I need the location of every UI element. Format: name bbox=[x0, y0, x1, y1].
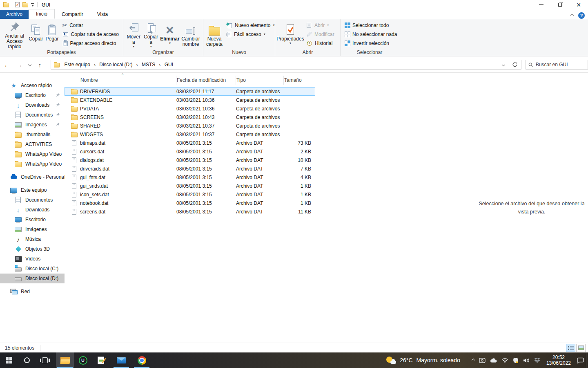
copy-button[interactable]: Copiar bbox=[27, 20, 44, 49]
move-to-button[interactable]: Mover a▾ bbox=[125, 20, 142, 49]
breadcrumb-segment[interactable]: GUI bbox=[162, 62, 176, 67]
open-button[interactable]: Abrir▾ bbox=[304, 21, 337, 30]
table-row[interactable]: cursors.dat08/05/2001 3:15Archivo DAT2 K… bbox=[65, 147, 315, 156]
table-row[interactable]: driveraids.dat08/05/2001 3:15Archivo DAT… bbox=[65, 164, 315, 173]
action-center-button[interactable] bbox=[575, 352, 586, 368]
sidebar-item[interactable]: Documentos bbox=[0, 195, 65, 205]
history-button[interactable]: Historial bbox=[304, 39, 337, 48]
table-row[interactable]: PVDATA03/03/2021 10:36Carpeta de archivo… bbox=[65, 104, 315, 113]
task-view-button[interactable] bbox=[36, 352, 54, 368]
restore-button[interactable] bbox=[550, 0, 569, 9]
table-row[interactable]: SCREENS03/03/2021 10:43Carpeta de archiv… bbox=[65, 113, 315, 121]
sidebar-item[interactable]: Downloads bbox=[0, 100, 65, 110]
column-header-name[interactable]: Nombre bbox=[80, 76, 176, 85]
breadcrumb-separator-icon[interactable]: › bbox=[136, 62, 138, 68]
tab-inicio[interactable]: Inicio bbox=[29, 9, 55, 19]
table-row[interactable]: WIDGETS03/03/2021 10:37Carpeta de archiv… bbox=[65, 130, 315, 139]
minimize-button[interactable] bbox=[532, 0, 550, 9]
address-dropdown-button[interactable] bbox=[498, 60, 509, 69]
new-item-button[interactable]: Nuevo elemento▾ bbox=[224, 21, 277, 30]
tab-vista[interactable]: Vista bbox=[90, 10, 115, 19]
sidebar-item[interactable]: ACTIVITIES bbox=[0, 139, 65, 149]
sidebar-item[interactable]: Escritorio bbox=[0, 90, 65, 100]
select-all-button[interactable]: Seleccionar todo bbox=[342, 21, 399, 30]
breadcrumb-segment[interactable]: MSTS bbox=[139, 62, 158, 67]
search-taskbar-button[interactable] bbox=[18, 352, 36, 368]
weather-widget[interactable]: 26°C Mayorm. soleado bbox=[386, 357, 470, 364]
cut-button[interactable]: ✂ Cortar bbox=[60, 21, 121, 30]
table-row[interactable]: gui_fnts.dat08/05/2001 3:15Archivo DAT4 … bbox=[65, 173, 315, 182]
pin-quick-access-button[interactable]: Anclar al Acceso rápido bbox=[2, 20, 27, 49]
table-row[interactable]: notebook.dat08/05/2001 3:15Archivo DAT1 … bbox=[65, 199, 315, 207]
help-icon[interactable]: ? bbox=[578, 12, 585, 19]
table-row[interactable]: screens.dat08/05/2001 3:15Archivo DAT11 … bbox=[65, 207, 315, 216]
table-row[interactable]: DRIVERAIDS03/03/2021 11:17Carpeta de arc… bbox=[65, 87, 315, 96]
sidebar-item[interactable]: Imágenes bbox=[0, 120, 65, 130]
new-folder-button[interactable]: Nueva carpeta bbox=[205, 20, 224, 49]
sidebar-item[interactable]: Disco local (C:) bbox=[0, 264, 65, 274]
sidebar-item[interactable]: Escritorio bbox=[0, 215, 65, 224]
thumbnails-view-button[interactable] bbox=[576, 344, 586, 352]
sidebar-item[interactable]: Documentos bbox=[0, 110, 65, 120]
mail-app-button[interactable] bbox=[112, 352, 130, 368]
breadcrumb-segment[interactable]: Disco local (D:) bbox=[97, 62, 135, 67]
customize-toolbar-icon[interactable] bbox=[31, 3, 34, 7]
rename-button[interactable]: Cambiar nombre bbox=[180, 20, 201, 49]
sort-ascending-icon[interactable]: ^ bbox=[122, 73, 123, 77]
refresh-button[interactable] bbox=[509, 60, 521, 69]
column-header-type[interactable]: Tipo bbox=[236, 76, 284, 85]
up-button[interactable]: ↑ bbox=[34, 61, 46, 68]
tab-archivo[interactable]: Archivo bbox=[0, 10, 29, 19]
start-button[interactable] bbox=[0, 352, 18, 368]
sidebar-item[interactable]: .thumbnails bbox=[0, 130, 65, 139]
close-button[interactable]: ✕ bbox=[569, 0, 588, 9]
dropbox-tray-button[interactable] bbox=[532, 352, 543, 368]
sidebar-section-onedrive[interactable]: OneDrive - Personal bbox=[0, 172, 65, 182]
select-none-button[interactable]: No seleccionar nada bbox=[342, 30, 399, 39]
chrome-app-button[interactable] bbox=[133, 352, 151, 368]
text-editor-app-button[interactable] bbox=[92, 352, 110, 368]
recent-locations-button[interactable] bbox=[25, 63, 34, 66]
edit-button[interactable]: Modificar bbox=[304, 30, 337, 39]
sidebar-section-network[interactable]: Red bbox=[0, 287, 65, 296]
file-explorer-taskbar-button[interactable] bbox=[56, 352, 74, 368]
clock[interactable]: 20:52 13/06/2022 bbox=[543, 355, 575, 366]
back-button[interactable]: ← bbox=[0, 61, 14, 68]
table-row[interactable]: icon_sets.dat08/05/2001 3:15Archivo DAT1… bbox=[65, 190, 315, 199]
easy-access-button[interactable]: Fácil acceso▾ bbox=[224, 30, 277, 39]
sidebar-item[interactable]: Vídeos bbox=[0, 254, 65, 264]
sidebar-section-quick-access[interactable]: Acceso rápido bbox=[0, 81, 65, 90]
sidebar-section-this-pc[interactable]: Este equipo bbox=[0, 185, 65, 195]
uninstaller-app-button[interactable]: U bbox=[74, 352, 92, 368]
column-header-date[interactable]: Fecha de modificación bbox=[176, 76, 236, 85]
properties-button[interactable]: Propiedades▾ bbox=[277, 20, 304, 49]
sidebar-item[interactable]: Imágenes bbox=[0, 224, 65, 234]
sidebar-item[interactable]: Música bbox=[0, 234, 65, 244]
copy-path-button[interactable]: Copiar ruta de acceso bbox=[60, 30, 121, 39]
breadcrumb-segment[interactable]: Este equipo bbox=[62, 62, 93, 67]
tab-compartir[interactable]: Compartir bbox=[55, 10, 90, 19]
new-folder-quick-icon[interactable] bbox=[22, 3, 28, 7]
properties-quick-icon[interactable] bbox=[15, 2, 20, 7]
details-view-button[interactable] bbox=[566, 344, 575, 352]
search-input[interactable] bbox=[536, 62, 585, 67]
table-row[interactable]: bitmaps.dat08/05/2001 3:15Archivo DAT73 … bbox=[65, 139, 315, 147]
delete-button[interactable]: ✕ Eliminar▾ bbox=[160, 20, 180, 49]
table-row[interactable]: EXTENDABLE03/03/2021 10:36Carpeta de arc… bbox=[65, 96, 315, 104]
table-row[interactable]: dialogs.dat08/05/2001 3:15Archivo DAT10 … bbox=[65, 156, 315, 164]
sidebar-item[interactable]: Disco local (D:) bbox=[0, 274, 65, 283]
search-box[interactable] bbox=[526, 60, 588, 70]
invert-selection-button[interactable]: Invertir selección bbox=[342, 39, 399, 48]
table-row[interactable]: SHARED03/03/2021 10:37Carpeta de archivo… bbox=[65, 121, 315, 130]
sidebar-item[interactable]: Objetos 3D bbox=[0, 244, 65, 254]
column-header-size[interactable]: Tamaño bbox=[284, 76, 315, 85]
breadcrumb-separator-icon[interactable]: › bbox=[158, 62, 161, 68]
breadcrumb-separator-icon[interactable]: › bbox=[94, 62, 96, 68]
volume-tray-button[interactable] bbox=[521, 352, 532, 368]
show-desktop-button[interactable] bbox=[586, 352, 588, 368]
wifi-tray-button[interactable] bbox=[499, 352, 511, 368]
address-box[interactable]: Este equipo›Disco local (D:)›MSTS›GUI bbox=[51, 60, 521, 70]
paste-button[interactable]: Pegar bbox=[45, 20, 60, 49]
show-hidden-icons-button[interactable] bbox=[470, 352, 477, 368]
forward-button[interactable]: → bbox=[14, 61, 25, 68]
